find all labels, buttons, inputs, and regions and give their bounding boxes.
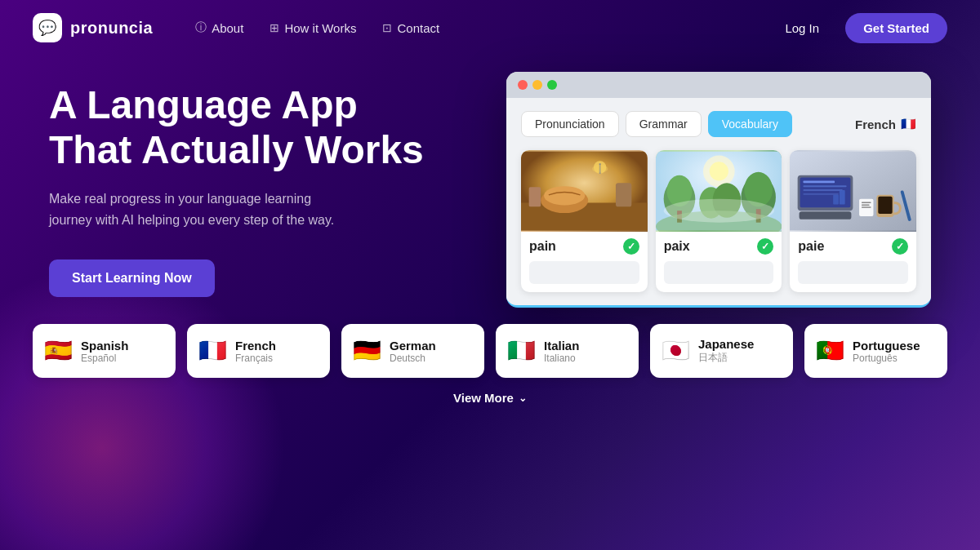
svg-rect-29 — [833, 195, 839, 205]
svg-rect-33 — [879, 197, 893, 214]
tab-row: Pronunciation Grammar Vocabulary French … — [521, 111, 916, 137]
lang-card-spanish[interactable]: 🇪🇸 Spanish Español — [33, 324, 176, 378]
spanish-name: Spanish — [81, 339, 128, 353]
nav-right: Log In Get Started — [772, 13, 947, 43]
logo-text: pronuncia — [70, 19, 153, 38]
languages-section: 🇪🇸 Spanish Español 🇫🇷 French Français 🇩🇪… — [0, 308, 980, 418]
hero-left: A Language App That Actually Works Make … — [49, 82, 506, 298]
hero-title: A Language App That Actually Works — [49, 82, 474, 172]
hero-section: A Language App That Actually Works Make … — [0, 55, 980, 308]
app-window: Pronunciation Grammar Vocabulary French … — [506, 72, 931, 308]
about-icon: ⓘ — [195, 20, 207, 35]
japanese-info: Japanese 日本語 — [698, 337, 754, 365]
language-grid: 🇪🇸 Spanish Español 🇫🇷 French Français 🇩🇪… — [33, 324, 947, 378]
how-it-works-icon: ⊞ — [270, 21, 279, 34]
svg-rect-30 — [840, 190, 845, 204]
login-button[interactable]: Log In — [772, 15, 832, 42]
window-titlebar — [506, 72, 931, 98]
italian-flag: 🇮🇹 — [507, 339, 536, 362]
portuguese-subname: Português — [853, 353, 920, 364]
vocab-image-office — [790, 150, 916, 232]
nav-how-it-works[interactable]: ⊞ How it Works — [260, 16, 366, 40]
svg-point-6 — [592, 165, 608, 173]
vocab-image-nature — [656, 150, 782, 232]
vocab-card-paie[interactable]: paie ✓ — [790, 150, 916, 292]
chevron-down-icon: ⌄ — [519, 393, 527, 404]
language-label: French 🇫🇷 — [855, 117, 916, 131]
window-content: Pronunciation Grammar Vocabulary French … — [506, 98, 931, 305]
portuguese-flag: 🇵🇹 — [816, 339, 844, 362]
contact-icon: ⊡ — [382, 21, 392, 34]
german-name: German — [390, 339, 436, 353]
french-name: French — [235, 339, 276, 353]
italian-subname: Italiano — [544, 353, 579, 364]
navigation: 💬 pronuncia ⓘ About ⊞ How it Works ⊡ Con… — [0, 0, 980, 55]
svg-rect-25 — [804, 180, 835, 183]
view-more[interactable]: View More ⌄ — [33, 391, 947, 405]
japanese-subname: 日本語 — [698, 351, 754, 365]
check-icon-pain: ✓ — [623, 238, 639, 255]
spanish-subname: Español — [81, 353, 128, 364]
vocab-label-paix: paix ✓ — [656, 232, 782, 261]
vocab-input-paie[interactable] — [798, 261, 908, 284]
logo-icon: 💬 — [33, 13, 62, 42]
vocab-grid: pain ✓ — [521, 150, 916, 292]
check-icon-paie: ✓ — [892, 238, 908, 255]
vocab-input-pain[interactable] — [529, 261, 639, 284]
svg-point-11 — [709, 162, 728, 180]
italian-name: Italian — [544, 339, 579, 353]
french-subname: Français — [235, 353, 276, 364]
svg-rect-37 — [862, 206, 871, 207]
logo[interactable]: 💬 pronuncia — [33, 13, 153, 42]
svg-rect-7 — [616, 183, 631, 206]
japanese-flag: 🇯🇵 — [662, 339, 690, 362]
french-flag-card: 🇫🇷 — [198, 339, 227, 362]
vocab-input-paix[interactable] — [664, 261, 774, 284]
german-flag: 🇩🇪 — [353, 339, 381, 362]
lang-card-portuguese[interactable]: 🇵🇹 Portuguese Português — [804, 324, 947, 378]
lang-card-german[interactable]: 🇩🇪 German Deutsch — [341, 324, 484, 378]
check-icon-paix: ✓ — [757, 238, 773, 255]
svg-rect-35 — [862, 202, 871, 203]
window-maximize-dot — [547, 80, 557, 90]
svg-rect-28 — [804, 193, 840, 195]
window-close-dot — [518, 80, 528, 90]
lang-card-french[interactable]: 🇫🇷 French Français — [187, 324, 330, 378]
lang-card-japanese[interactable]: 🇯🇵 Japanese 日本語 — [650, 324, 793, 378]
hero-subtitle: Make real progress in your language lear… — [49, 189, 351, 230]
tab-vocabulary[interactable]: Vocabulary — [708, 111, 792, 137]
svg-rect-8 — [529, 187, 541, 206]
svg-rect-36 — [862, 204, 870, 205]
spanish-info: Spanish Español — [81, 339, 128, 364]
french-flag: 🇫🇷 — [901, 117, 916, 131]
portuguese-name: Portuguese — [853, 339, 920, 353]
spanish-flag: 🇪🇸 — [44, 339, 73, 362]
svg-rect-31 — [800, 211, 852, 220]
vocab-label-pain: pain ✓ — [521, 232, 648, 261]
tab-group: Pronunciation Grammar Vocabulary — [521, 111, 792, 137]
nav-about[interactable]: ⓘ About — [185, 16, 253, 40]
svg-point-21 — [663, 199, 773, 223]
get-started-button[interactable]: Get Started — [845, 13, 947, 43]
vocab-label-paie: paie ✓ — [790, 232, 916, 261]
portuguese-info: Portuguese Português — [853, 339, 920, 364]
svg-point-4 — [544, 186, 585, 205]
tab-grammar[interactable]: Grammar — [626, 111, 702, 137]
nav-links: ⓘ About ⊞ How it Works ⊡ Contact — [185, 16, 772, 40]
french-info: French Français — [235, 339, 276, 364]
start-learning-button[interactable]: Start Learning Now — [49, 259, 215, 297]
german-subname: Deutsch — [390, 353, 436, 364]
svg-rect-26 — [804, 185, 847, 187]
vocab-card-pain[interactable]: pain ✓ — [521, 150, 648, 292]
tab-pronunciation[interactable]: Pronunciation — [521, 111, 619, 137]
vocab-image-bakery — [521, 150, 648, 232]
japanese-name: Japanese — [698, 337, 754, 351]
svg-rect-27 — [804, 189, 843, 191]
window-minimize-dot — [532, 80, 542, 90]
nav-contact[interactable]: ⊡ Contact — [372, 16, 449, 40]
lang-card-italian[interactable]: 🇮🇹 Italian Italiano — [496, 324, 639, 378]
vocab-card-paix[interactable]: paix ✓ — [656, 150, 782, 292]
german-info: German Deutsch — [390, 339, 436, 364]
italian-info: Italian Italiano — [544, 339, 579, 364]
